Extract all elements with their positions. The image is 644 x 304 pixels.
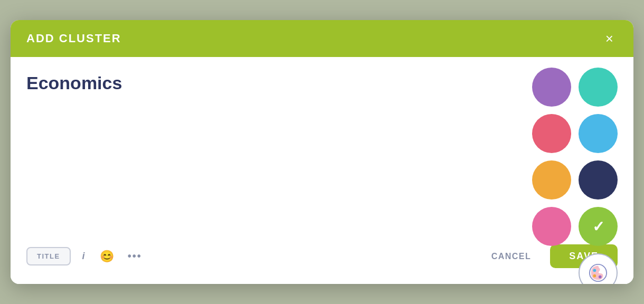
color-swatch-purple[interactable] [532, 68, 571, 107]
close-button[interactable]: × [601, 30, 618, 48]
modal-header: ADD CLUSTER × [11, 20, 633, 57]
modal-overlay: ADD CLUSTER × Economics [11, 10, 633, 294]
more-options-button[interactable]: ••• [125, 248, 145, 264]
color-swatch-dark-blue[interactable] [579, 160, 618, 200]
svg-point-2 [593, 269, 596, 272]
color-swatch-hot-pink[interactable] [532, 207, 571, 246]
title-button[interactable]: TITLE [26, 247, 71, 265]
modal-body: Economics [11, 57, 633, 284]
color-swatch-pink-red[interactable] [532, 114, 571, 153]
color-swatch-lime-green[interactable] [579, 207, 618, 246]
content-area [26, 104, 618, 239]
add-cluster-modal: ADD CLUSTER × Economics [11, 20, 633, 284]
cancel-button[interactable]: CANCEL [483, 246, 540, 267]
color-palette [532, 68, 618, 284]
footer-left: TITLE i 😊 ••• [26, 247, 145, 265]
color-swatch-orange[interactable] [532, 160, 571, 200]
svg-point-1 [593, 274, 596, 278]
cluster-name-text: Economics [26, 73, 618, 93]
color-swatch-teal[interactable] [579, 68, 618, 107]
color-swatch-sky-blue[interactable] [579, 114, 618, 153]
modal-title: ADD CLUSTER [26, 32, 121, 45]
italic-button[interactable]: i [78, 249, 89, 264]
color-picker-icon [588, 263, 608, 283]
svg-point-3 [599, 276, 602, 279]
color-picker-button[interactable] [579, 253, 618, 284]
modal-footer: TITLE i 😊 ••• CANCEL SAVE [26, 239, 618, 273]
emoji-button[interactable]: 😊 [97, 248, 117, 265]
